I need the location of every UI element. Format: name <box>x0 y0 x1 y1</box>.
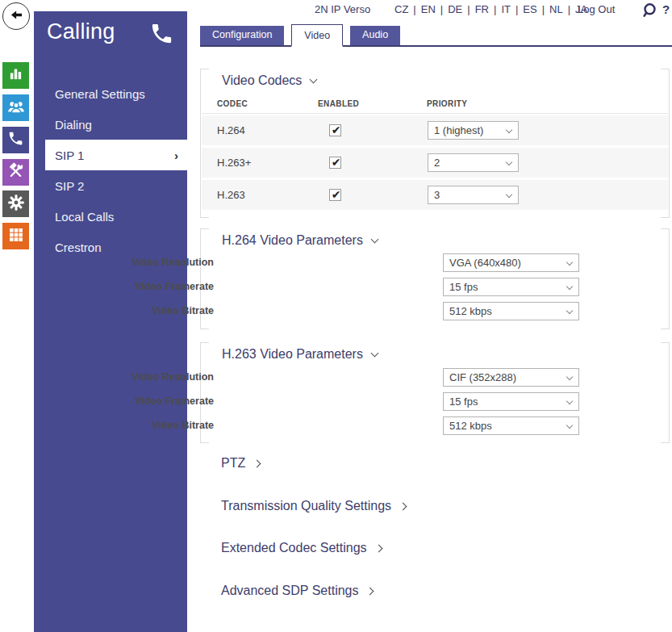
users-icon <box>6 97 26 119</box>
form-row: Video Bitrate 512 kbps <box>201 416 669 435</box>
select-value: 3 <box>434 189 440 201</box>
nav-calling-button[interactable] <box>2 127 29 153</box>
sidebar-item-sip2[interactable]: SIP 2 <box>34 170 187 201</box>
form-row: Video Resolution VGA (640x480) <box>201 253 669 272</box>
table-row: H.263 3 <box>202 180 668 210</box>
language-switcher: CZ EN DE FR IT ES NL JA <box>394 3 587 15</box>
h263-enabled-checkbox[interactable] <box>329 189 341 201</box>
device-name: 2N IP Verso <box>315 3 370 15</box>
section-title: H.263 Video Parameters <box>222 347 363 361</box>
chevron-down-icon <box>566 422 573 429</box>
section-header-advanced-sdp[interactable]: Advanced SDP Settings <box>221 584 373 598</box>
section-title: Video Codecs <box>222 73 302 87</box>
h263plus-enabled-checkbox[interactable] <box>329 157 341 169</box>
field-label: Video Resolution <box>0 253 214 272</box>
column-header-priority: PRIORITY <box>427 99 467 108</box>
section-title: PTZ <box>221 456 245 470</box>
section-header-h264-parameters[interactable]: H.264 Video Parameters <box>222 233 378 248</box>
form-row: Video Resolution CIF (352x288) <box>201 368 669 387</box>
section-header-ptz[interactable]: PTZ <box>221 456 260 471</box>
section-header-video-codecs[interactable]: Video Codecs <box>222 73 316 88</box>
tools-icon <box>6 161 25 183</box>
language-link-es[interactable]: ES <box>511 3 537 15</box>
sidebar-item-local-calls[interactable]: Local Calls <box>34 201 187 232</box>
h264-resolution-select[interactable]: VGA (640x480) <box>443 253 579 272</box>
h264-framerate-select[interactable]: 15 fps <box>443 278 579 296</box>
help-icon[interactable]: ? <box>662 2 670 16</box>
field-label: Video Bitrate <box>0 302 214 320</box>
sidebar-item-general-settings[interactable]: General Settings <box>34 78 187 109</box>
h263-priority-select[interactable]: 3 <box>428 186 519 204</box>
select-value: VGA (640x480) <box>449 257 521 269</box>
sidebar-item-sip1[interactable]: SIP 1 › <box>45 140 196 170</box>
chevron-right-icon <box>374 545 382 553</box>
back-button[interactable] <box>2 2 30 30</box>
language-link-de[interactable]: DE <box>436 3 462 15</box>
page-title: Calling <box>47 19 115 44</box>
chevron-down-icon <box>566 374 573 380</box>
sidebar-nav: General Settings Dialing SIP 1 › SIP 2 L… <box>34 78 187 262</box>
nav-system-button[interactable] <box>2 190 29 217</box>
top-bar: 2N IP Verso CZ EN DE FR IT ES NL JA Log … <box>200 0 672 21</box>
codec-label: H.263+ <box>217 148 251 178</box>
section-h263-parameters: H.263 Video Parameters Video Resolution … <box>200 342 670 443</box>
select-value: 1 (highest) <box>434 124 483 136</box>
tab-video[interactable]: Video <box>291 24 343 47</box>
gear-icon <box>6 193 26 216</box>
nav-directory-button[interactable] <box>2 94 29 121</box>
sidebar-item-label: SIP 2 <box>55 179 84 193</box>
phone-icon <box>149 21 174 49</box>
grid-icon <box>6 225 25 247</box>
sidebar-item-dialing[interactable]: Dialing <box>34 109 187 140</box>
h263-bitrate-select[interactable]: 512 kbps <box>443 416 579 435</box>
logout-link[interactable]: Log Out <box>578 3 615 15</box>
tab-audio[interactable]: Audio <box>350 26 400 45</box>
chevron-down-icon <box>370 236 378 244</box>
search-icon[interactable] <box>641 2 658 22</box>
field-label: Video Bitrate <box>0 416 214 435</box>
field-label: Video Framerate <box>0 278 214 296</box>
chevron-down-icon <box>566 308 573 314</box>
nav-hardware-button[interactable] <box>2 223 29 249</box>
select-value: 512 kbps <box>449 305 492 317</box>
sidebar: Calling General Settings Dialing SIP 1 ›… <box>34 11 187 632</box>
field-label: Video Resolution <box>0 368 214 387</box>
select-value: CIF (352x288) <box>449 371 516 383</box>
bar-chart-icon <box>6 65 25 86</box>
phone-icon <box>7 130 24 150</box>
back-arrow-icon <box>9 7 24 25</box>
sidebar-item-label: Crestron <box>55 241 102 254</box>
section-title: Extended Codec Settings <box>221 541 367 555</box>
h263-framerate-select[interactable]: 15 fps <box>443 392 579 411</box>
column-header-codec: CODEC <box>217 99 248 108</box>
language-link-it[interactable]: IT <box>489 3 511 15</box>
section-header-transmission-quality[interactable]: Transmission Quality Settings <box>221 499 406 513</box>
tab-configuration[interactable]: Configuration <box>200 26 284 45</box>
h263-resolution-select[interactable]: CIF (352x288) <box>443 368 579 387</box>
chevron-right-icon <box>366 588 374 596</box>
table-row: H.264 1 (highest) <box>202 115 668 145</box>
sidebar-item-label: SIP 1 <box>55 149 84 162</box>
chevron-down-icon <box>310 76 318 84</box>
chevron-down-icon <box>506 127 512 133</box>
nav-services-button[interactable] <box>2 159 29 186</box>
nav-status-button[interactable] <box>2 62 29 89</box>
language-link-fr[interactable]: FR <box>462 3 489 15</box>
tab-bar: Configuration Video Audio <box>200 24 672 47</box>
language-link-en[interactable]: EN <box>408 3 435 15</box>
sidebar-item-label: Dialing <box>55 118 92 132</box>
section-title: H.264 Video Parameters <box>222 233 363 247</box>
section-header-h263-parameters[interactable]: H.263 Video Parameters <box>222 347 378 362</box>
language-link-nl[interactable]: NL <box>537 3 563 15</box>
chevron-right-icon <box>253 460 261 468</box>
h264-priority-select[interactable]: 1 (highest) <box>428 121 519 140</box>
h264-bitrate-select[interactable]: 512 kbps <box>443 302 579 320</box>
language-link-cz[interactable]: CZ <box>394 3 408 15</box>
chevron-right-icon <box>399 503 407 511</box>
section-header-extended-codec[interactable]: Extended Codec Settings <box>221 541 382 555</box>
h263plus-priority-select[interactable]: 2 <box>428 153 519 172</box>
h264-enabled-checkbox[interactable] <box>329 124 341 136</box>
chevron-down-icon <box>506 159 512 165</box>
table-header-divider <box>202 113 668 114</box>
chevron-right-icon: › <box>174 149 178 162</box>
